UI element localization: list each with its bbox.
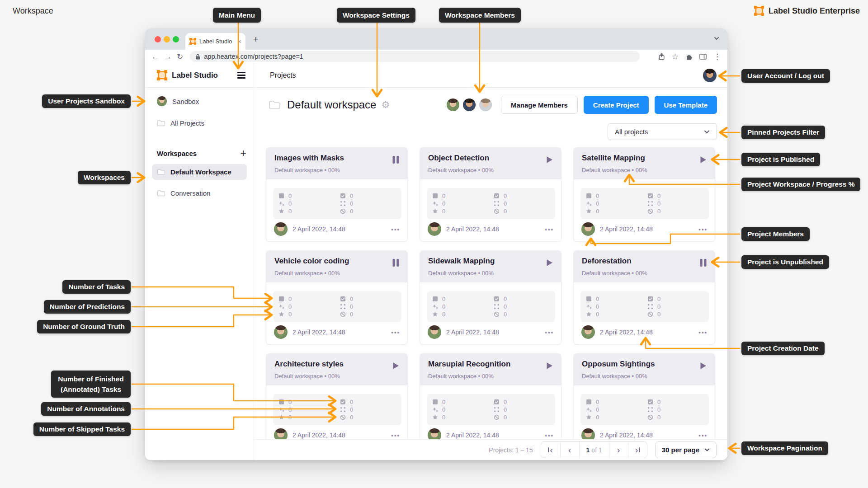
tasks-icon [586, 193, 592, 199]
project-title: Opposum Sightings [582, 360, 707, 369]
tab-close-icon[interactable]: × [237, 38, 241, 45]
ground-truth-count: 0 [288, 311, 292, 318]
stat-ground-truth: 0 [586, 413, 647, 421]
address-bar[interactable]: app.heartex.com/projects?page=1 [190, 51, 640, 62]
project-card[interactable]: Satellite Mapping Default workspace • 00… [573, 147, 715, 242]
stat-tasks: 0 [278, 295, 340, 303]
maximize-window-button[interactable] [173, 36, 179, 42]
callout-user-projects-sandbox: User Projects Sandbox [42, 94, 131, 108]
project-title: Deforestation [582, 257, 707, 266]
browser-tab[interactable]: Label Studio × [185, 33, 245, 50]
ground-truth-star-icon [278, 208, 284, 214]
use-template-button[interactable]: Use Template [655, 96, 717, 114]
skipped-slash-icon [340, 311, 346, 317]
stat-ground-truth: 0 [278, 207, 340, 215]
first-page-button[interactable]: ‹ [541, 442, 560, 458]
share-icon[interactable] [658, 53, 665, 60]
back-icon[interactable]: ← [151, 53, 159, 61]
finished-count: 0 [350, 399, 353, 405]
tasks-count: 0 [596, 192, 599, 199]
tab-strip-chevron-icon[interactable] [714, 37, 719, 40]
bookmark-star-icon[interactable]: ☆ [672, 53, 679, 61]
project-menu-kebab-icon[interactable]: ••• [391, 226, 400, 233]
sidebar-item-conversation[interactable]: Conversation [152, 185, 247, 201]
annotations-count: 0 [350, 303, 353, 310]
extension-puzzle-icon[interactable] [685, 53, 693, 60]
page-title: Workspace [13, 6, 53, 16]
project-menu-kebab-icon[interactable]: ••• [698, 432, 708, 439]
pinned-projects-filter[interactable]: All projects [608, 123, 717, 140]
reload-icon[interactable]: ↻ [177, 53, 183, 61]
project-card[interactable]: Images with Masks Default workspace • 00… [266, 147, 408, 242]
last-page-button[interactable]: › [628, 442, 647, 458]
skipped-slash-icon [647, 414, 653, 420]
project-card[interactable]: Marsupial Recognition Default workspace … [420, 353, 561, 448]
previous-page-button[interactable]: ‹ [560, 442, 579, 458]
project-creator-avatar [428, 325, 441, 339]
close-window-button[interactable] [155, 36, 161, 42]
forward-icon[interactable]: → [164, 53, 172, 61]
project-menu-kebab-icon[interactable]: ••• [545, 226, 554, 233]
callout-pinned-projects-filter: Pinned Projects Filter [741, 126, 825, 139]
url-text: app.heartex.com/projects?page=1 [204, 53, 303, 60]
project-menu-kebab-icon[interactable]: ••• [545, 329, 554, 336]
workspace-settings-gear-icon[interactable]: ⚙ [381, 99, 390, 110]
project-card[interactable]: Opposum Sightings Default workspace • 00… [573, 353, 715, 448]
new-tab-button[interactable]: + [250, 33, 262, 46]
project-card[interactable]: Vehicle color coding Default workspace •… [266, 250, 408, 345]
skipped-slash-icon [494, 208, 500, 214]
stat-finished: 0 [647, 295, 709, 303]
callout-main-menu: Main Menu [213, 8, 261, 23]
tab-favicon [189, 38, 196, 45]
sidebar-item-all-projects[interactable]: All Projects [145, 115, 254, 131]
callout-project-workspace-progress: Project Workspace / Progress % [741, 178, 860, 191]
project-menu-kebab-icon[interactable]: ••• [391, 432, 400, 439]
finished-check-icon [340, 399, 346, 405]
predictions-count: 0 [288, 406, 292, 413]
project-card[interactable]: Object Detection Default workspace • 00%… [420, 147, 561, 242]
project-menu-kebab-icon[interactable]: ••• [391, 329, 400, 336]
manage-members-button[interactable]: Manage Members [501, 96, 578, 114]
create-project-button[interactable]: Create Project [584, 96, 649, 114]
browser-tab-strip: Label Studio × + [145, 28, 727, 50]
skipped-slash-icon [647, 208, 653, 214]
project-creation-date: 2 April 2022, 14:48 [600, 432, 653, 439]
stat-tasks: 0 [586, 295, 647, 303]
ground-truth-star-icon [586, 311, 592, 317]
add-workspace-icon[interactable]: + [241, 148, 246, 159]
project-workspace-progress: Default workspace • 00% [274, 167, 399, 174]
browser-menu-kebab-icon[interactable]: ⋮ [713, 53, 721, 61]
project-card-header: Object Detection Default workspace • 00% [420, 148, 561, 179]
projects-grid: Images with Masks Default workspace • 00… [266, 147, 715, 448]
tasks-count: 0 [596, 399, 599, 405]
next-page-button[interactable]: › [609, 442, 628, 458]
predictions-count: 0 [442, 303, 445, 310]
workspace-header-row: Default workspace ⚙ Manage Members Creat… [269, 96, 717, 114]
project-menu-kebab-icon[interactable]: ••• [545, 432, 554, 439]
stat-finished: 0 [340, 192, 401, 200]
stat-annotations: 0 [340, 200, 401, 207]
stat-annotations: 0 [647, 200, 709, 207]
workspace-title: Default workspace [287, 99, 376, 111]
project-menu-kebab-icon[interactable]: ••• [698, 226, 708, 233]
project-card-footer: 2 April 2022, 14:48 ••• [274, 324, 400, 340]
folder-icon [157, 120, 165, 127]
side-panel-icon[interactable] [699, 54, 707, 60]
stat-tasks: 0 [432, 192, 494, 200]
user-account-avatar[interactable] [703, 69, 717, 82]
stat-skipped: 0 [494, 207, 555, 215]
workspace-member-avatars[interactable] [444, 98, 493, 112]
sidebar-item-sandbox[interactable]: Sandbox [145, 93, 254, 109]
project-card[interactable]: Sidewalk Mapping Default workspace • 00%… [420, 250, 561, 345]
predictions-sparkle-icon [432, 304, 438, 310]
project-card-footer: 2 April 2022, 14:48 ••• [581, 221, 708, 237]
sidebar-item-default-workspace[interactable]: Default Workspace [152, 164, 247, 180]
project-card[interactable]: Architecture styles Default workspace • … [266, 353, 408, 448]
project-card[interactable]: Deforestation Default workspace • 00% 0 [573, 250, 715, 345]
main-menu-hamburger-icon[interactable] [237, 70, 245, 80]
minimize-window-button[interactable] [164, 36, 170, 42]
per-page-select[interactable]: 30 per page [655, 441, 717, 458]
tasks-icon [432, 399, 438, 405]
project-menu-kebab-icon[interactable]: ••• [698, 329, 708, 336]
stat-skipped: 0 [647, 310, 709, 318]
